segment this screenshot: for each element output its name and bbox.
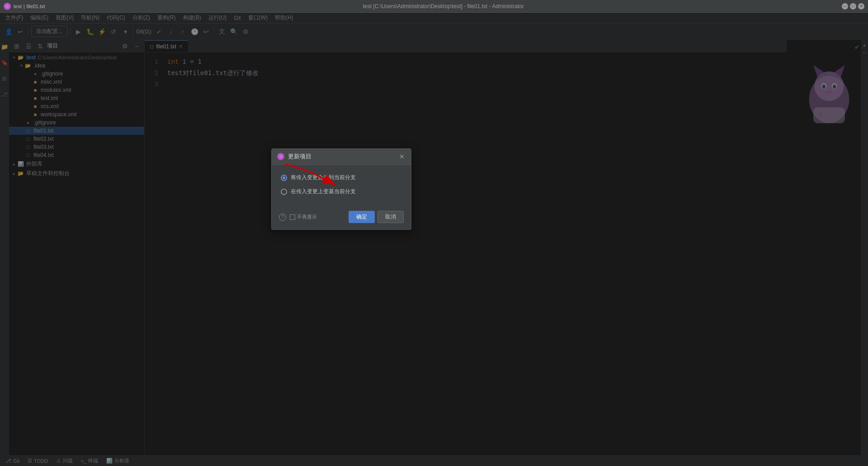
window-title: test [C:\Users\Administrator\Desktop\tes… <box>45 3 842 10</box>
radio-1-circle[interactable] <box>281 175 287 181</box>
window-controls: — □ ✕ <box>842 3 864 10</box>
close-button[interactable]: ✕ <box>858 3 864 10</box>
title-bar: test | file01.txt test [C:\Users\Adminis… <box>0 0 868 13</box>
radio-option-1[interactable]: 将传入变更合并到当前分支 <box>281 174 402 181</box>
radio-2-label: 在传入变更上变基当前分支 <box>291 188 356 195</box>
dialog-footer-buttons: 确定 取消 <box>349 211 404 223</box>
app-icon <box>4 3 11 10</box>
cancel-button[interactable]: 取消 <box>377 211 404 223</box>
radio-1-label: 将传入变更合并到当前分支 <box>291 174 356 181</box>
minimize-button[interactable]: — <box>842 3 848 10</box>
dont-show-checkbox[interactable] <box>290 214 295 220</box>
dialog-body: 将传入变更合并到当前分支 在传入变更上变基当前分支 <box>272 165 411 206</box>
dont-show-checkbox-area[interactable]: 不再显示 <box>290 214 317 220</box>
maximize-button[interactable]: □ <box>850 3 856 10</box>
dialog-app-icon <box>277 153 284 160</box>
dialog-footer: ? 不再显示 确定 取消 <box>272 206 411 229</box>
radio-2-circle[interactable] <box>281 189 287 195</box>
update-dialog: 更新项目 ✕ 将传入变更合并到当前分支 在传入变更上变基当前分支 ? 不再显示 … <box>271 148 411 230</box>
file-label: file01.txt <box>27 4 45 9</box>
dialog-title-bar: 更新项目 ✕ <box>272 149 411 165</box>
confirm-button[interactable]: 确定 <box>349 211 375 223</box>
help-button[interactable]: ? <box>279 214 286 221</box>
dialog-title: 更新项目 <box>288 152 398 161</box>
dialog-close-button[interactable]: ✕ <box>398 153 406 160</box>
project-label: test <box>14 4 22 9</box>
dont-show-label: 不再显示 <box>297 214 317 220</box>
separator: | <box>24 4 25 9</box>
radio-option-2[interactable]: 在传入变更上变基当前分支 <box>281 188 402 195</box>
modal-overlay[interactable]: 更新项目 ✕ 将传入变更合并到当前分支 在传入变更上变基当前分支 ? 不再显示 … <box>0 13 868 466</box>
